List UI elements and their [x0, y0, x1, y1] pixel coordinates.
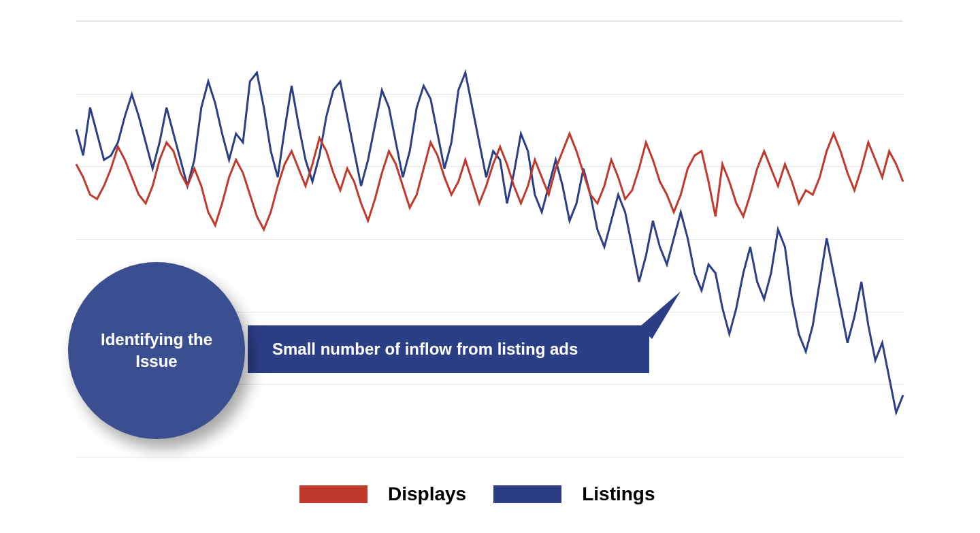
legend-label-displays: Displays [388, 483, 466, 505]
callout-balloon: Small number of inflow from listing ads [248, 325, 649, 373]
badge-text: Identifying the Issue [88, 329, 225, 373]
legend-swatch-listings [493, 485, 561, 503]
legend-swatch-displays [299, 485, 368, 503]
legend-label-listings: Listings [582, 483, 655, 505]
callout-text: Small number of inflow from listing ads [272, 340, 578, 359]
legend-item-listings: Listings [493, 483, 655, 505]
badge-circle: Identifying the Issue [68, 262, 245, 439]
legend: Displays Listings [299, 483, 655, 505]
legend-item-displays: Displays [299, 483, 466, 505]
grid-line [76, 457, 903, 457]
series-displays-line [76, 133, 903, 229]
